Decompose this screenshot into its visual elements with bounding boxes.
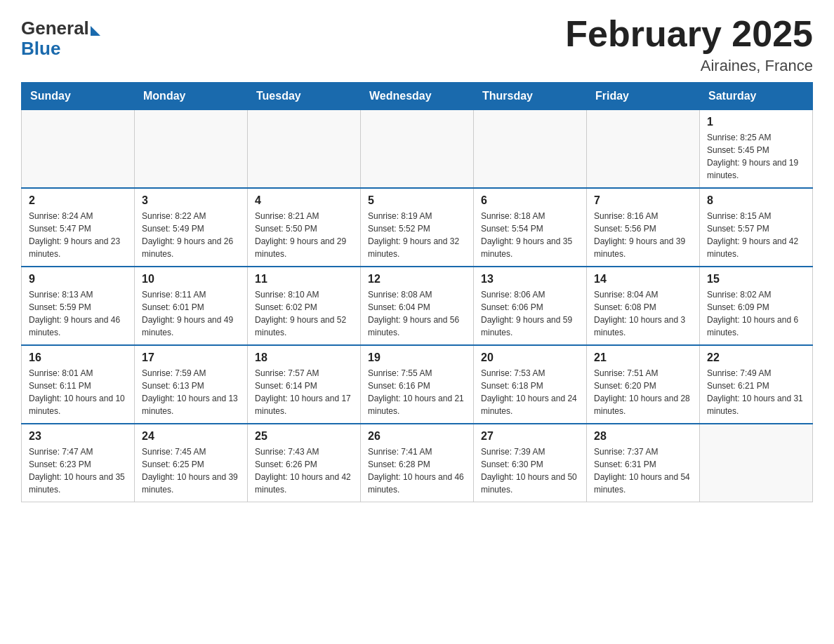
day-cell: 21Sunrise: 7:51 AM Sunset: 6:20 PM Dayli… <box>587 345 700 424</box>
day-cell: 11Sunrise: 8:10 AM Sunset: 6:02 PM Dayli… <box>248 267 361 345</box>
day-cell: 22Sunrise: 7:49 AM Sunset: 6:21 PM Dayli… <box>700 345 813 424</box>
day-number: 9 <box>29 273 127 286</box>
day-cell: 24Sunrise: 7:45 AM Sunset: 6:25 PM Dayli… <box>135 424 248 502</box>
day-cell: 14Sunrise: 8:04 AM Sunset: 6:08 PM Dayli… <box>587 267 700 345</box>
day-number: 22 <box>707 351 805 364</box>
day-info: Sunrise: 7:47 AM Sunset: 6:23 PM Dayligh… <box>29 445 127 496</box>
day-info: Sunrise: 7:45 AM Sunset: 6:25 PM Dayligh… <box>142 445 240 496</box>
day-info: Sunrise: 8:02 AM Sunset: 6:09 PM Dayligh… <box>707 288 805 339</box>
calendar-header-row: SundayMondayTuesdayWednesdayThursdayFrid… <box>22 83 813 110</box>
day-cell: 12Sunrise: 8:08 AM Sunset: 6:04 PM Dayli… <box>361 267 474 345</box>
day-number: 1 <box>707 116 805 128</box>
column-header-monday: Monday <box>135 83 248 110</box>
week-row-3: 9Sunrise: 8:13 AM Sunset: 5:59 PM Daylig… <box>22 267 813 345</box>
day-info: Sunrise: 8:13 AM Sunset: 5:59 PM Dayligh… <box>29 288 127 339</box>
day-cell: 2Sunrise: 8:24 AM Sunset: 5:47 PM Daylig… <box>22 188 135 267</box>
day-number: 23 <box>29 430 127 443</box>
column-header-wednesday: Wednesday <box>361 83 474 110</box>
day-number: 13 <box>481 273 579 286</box>
day-number: 10 <box>142 273 240 286</box>
day-cell: 5Sunrise: 8:19 AM Sunset: 5:52 PM Daylig… <box>361 188 474 267</box>
column-header-thursday: Thursday <box>474 83 587 110</box>
day-number: 17 <box>142 351 240 364</box>
day-cell: 18Sunrise: 7:57 AM Sunset: 6:14 PM Dayli… <box>248 345 361 424</box>
day-cell: 27Sunrise: 7:39 AM Sunset: 6:30 PM Dayli… <box>474 424 587 502</box>
day-cell: 25Sunrise: 7:43 AM Sunset: 6:26 PM Dayli… <box>248 424 361 502</box>
week-row-2: 2Sunrise: 8:24 AM Sunset: 5:47 PM Daylig… <box>22 188 813 267</box>
day-info: Sunrise: 7:41 AM Sunset: 6:28 PM Dayligh… <box>368 445 466 496</box>
day-number: 26 <box>368 430 466 443</box>
day-cell: 4Sunrise: 8:21 AM Sunset: 5:50 PM Daylig… <box>248 188 361 267</box>
day-info: Sunrise: 7:59 AM Sunset: 6:13 PM Dayligh… <box>142 367 240 417</box>
day-cell: 28Sunrise: 7:37 AM Sunset: 6:31 PM Dayli… <box>587 424 700 502</box>
day-info: Sunrise: 7:53 AM Sunset: 6:18 PM Dayligh… <box>481 367 579 417</box>
day-info: Sunrise: 8:06 AM Sunset: 6:06 PM Dayligh… <box>481 288 579 339</box>
day-info: Sunrise: 8:15 AM Sunset: 5:57 PM Dayligh… <box>707 210 805 260</box>
logo-arrow-icon <box>91 26 100 36</box>
day-cell: 23Sunrise: 7:47 AM Sunset: 6:23 PM Dayli… <box>22 424 135 502</box>
day-cell <box>248 110 361 189</box>
day-number: 15 <box>707 273 805 286</box>
day-number: 18 <box>255 351 353 364</box>
day-cell: 8Sunrise: 8:15 AM Sunset: 5:57 PM Daylig… <box>700 188 813 267</box>
day-cell: 6Sunrise: 8:18 AM Sunset: 5:54 PM Daylig… <box>474 188 587 267</box>
day-cell: 1Sunrise: 8:25 AM Sunset: 5:45 PM Daylig… <box>700 110 813 189</box>
day-info: Sunrise: 8:01 AM Sunset: 6:11 PM Dayligh… <box>29 367 127 417</box>
column-header-friday: Friday <box>587 83 700 110</box>
day-cell: 9Sunrise: 8:13 AM Sunset: 5:59 PM Daylig… <box>22 267 135 345</box>
day-number: 6 <box>481 194 579 207</box>
day-number: 3 <box>142 194 240 207</box>
column-header-saturday: Saturday <box>700 83 813 110</box>
day-cell <box>361 110 474 189</box>
day-cell <box>22 110 135 189</box>
day-cell <box>587 110 700 189</box>
day-info: Sunrise: 7:43 AM Sunset: 6:26 PM Dayligh… <box>255 445 353 496</box>
column-header-tuesday: Tuesday <box>248 83 361 110</box>
day-info: Sunrise: 8:25 AM Sunset: 5:45 PM Dayligh… <box>707 131 805 182</box>
day-number: 16 <box>29 351 127 364</box>
day-cell: 26Sunrise: 7:41 AM Sunset: 6:28 PM Dayli… <box>361 424 474 502</box>
day-info: Sunrise: 8:10 AM Sunset: 6:02 PM Dayligh… <box>255 288 353 339</box>
day-info: Sunrise: 7:55 AM Sunset: 6:16 PM Dayligh… <box>368 367 466 417</box>
page-header: General Blue February 2025 Airaines, Fra… <box>21 14 813 75</box>
day-number: 8 <box>707 194 805 207</box>
day-cell <box>700 424 813 502</box>
day-number: 24 <box>142 430 240 443</box>
day-info: Sunrise: 8:21 AM Sunset: 5:50 PM Dayligh… <box>255 210 353 260</box>
week-row-5: 23Sunrise: 7:47 AM Sunset: 6:23 PM Dayli… <box>22 424 813 502</box>
day-number: 7 <box>594 194 692 207</box>
day-info: Sunrise: 8:04 AM Sunset: 6:08 PM Dayligh… <box>594 288 692 339</box>
day-number: 28 <box>594 430 692 443</box>
day-info: Sunrise: 8:16 AM Sunset: 5:56 PM Dayligh… <box>594 210 692 260</box>
day-cell: 3Sunrise: 8:22 AM Sunset: 5:49 PM Daylig… <box>135 188 248 267</box>
day-info: Sunrise: 8:19 AM Sunset: 5:52 PM Dayligh… <box>368 210 466 260</box>
day-info: Sunrise: 8:18 AM Sunset: 5:54 PM Dayligh… <box>481 210 579 260</box>
day-number: 21 <box>594 351 692 364</box>
location-text: Airaines, France <box>565 57 813 75</box>
column-header-sunday: Sunday <box>22 83 135 110</box>
day-number: 4 <box>255 194 353 207</box>
calendar-table: SundayMondayTuesdayWednesdayThursdayFrid… <box>21 82 813 502</box>
day-info: Sunrise: 7:39 AM Sunset: 6:30 PM Dayligh… <box>481 445 579 496</box>
day-cell: 10Sunrise: 8:11 AM Sunset: 6:01 PM Dayli… <box>135 267 248 345</box>
day-number: 12 <box>368 273 466 286</box>
day-info: Sunrise: 8:24 AM Sunset: 5:47 PM Dayligh… <box>29 210 127 260</box>
day-cell: 16Sunrise: 8:01 AM Sunset: 6:11 PM Dayli… <box>22 345 135 424</box>
logo: General Blue <box>21 14 100 60</box>
day-number: 27 <box>481 430 579 443</box>
title-area: February 2025 Airaines, France <box>565 14 813 75</box>
day-number: 19 <box>368 351 466 364</box>
day-cell <box>135 110 248 189</box>
day-info: Sunrise: 7:51 AM Sunset: 6:20 PM Dayligh… <box>594 367 692 417</box>
day-number: 20 <box>481 351 579 364</box>
day-info: Sunrise: 7:49 AM Sunset: 6:21 PM Dayligh… <box>707 367 805 417</box>
day-cell: 13Sunrise: 8:06 AM Sunset: 6:06 PM Dayli… <box>474 267 587 345</box>
month-title: February 2025 <box>565 14 813 54</box>
day-info: Sunrise: 8:22 AM Sunset: 5:49 PM Dayligh… <box>142 210 240 260</box>
logo-general-text: General <box>21 18 89 39</box>
day-info: Sunrise: 7:37 AM Sunset: 6:31 PM Dayligh… <box>594 445 692 496</box>
day-cell <box>474 110 587 189</box>
day-cell: 7Sunrise: 8:16 AM Sunset: 5:56 PM Daylig… <box>587 188 700 267</box>
logo-blue-text: Blue <box>21 38 60 60</box>
day-info: Sunrise: 7:57 AM Sunset: 6:14 PM Dayligh… <box>255 367 353 417</box>
